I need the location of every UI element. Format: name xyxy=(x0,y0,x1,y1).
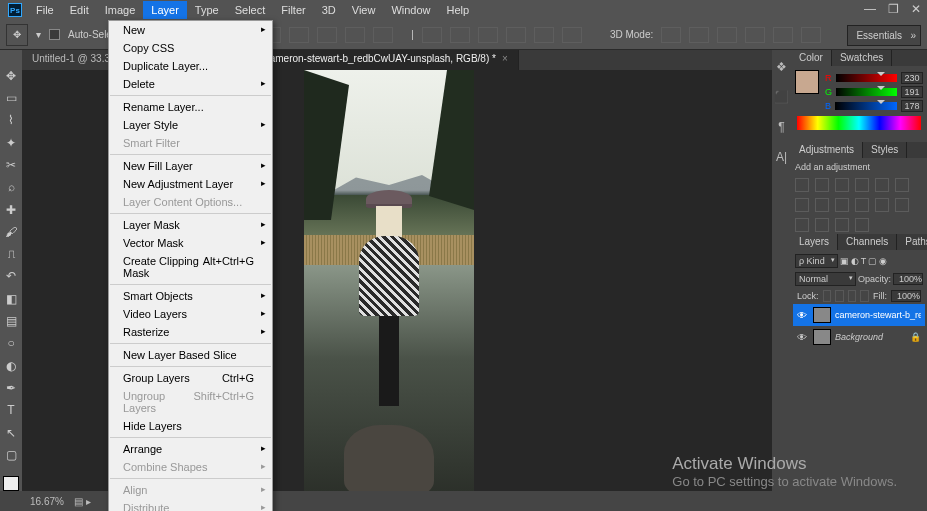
menu-item-group-layers[interactable]: Group LayersCtrl+G xyxy=(109,369,272,387)
menu-layer[interactable]: Layer xyxy=(143,1,187,19)
menu-item-layer-mask[interactable]: Layer Mask xyxy=(109,216,272,234)
adjustment-icon[interactable] xyxy=(855,218,869,232)
adjustment-icon[interactable] xyxy=(815,178,829,192)
panel-strip-icon[interactable]: ⬛ xyxy=(774,90,789,104)
panel-strip-icon[interactable]: A| xyxy=(776,150,787,164)
g-value[interactable]: 191 xyxy=(901,86,923,98)
3d-icon[interactable] xyxy=(773,27,793,43)
lock-icon[interactable] xyxy=(848,290,857,302)
crop-tool[interactable]: ✂ xyxy=(3,157,19,172)
adjustment-icon[interactable] xyxy=(835,198,849,212)
menu-window[interactable]: Window xyxy=(383,1,438,19)
color-spectrum[interactable] xyxy=(797,116,921,130)
adjustment-icon[interactable] xyxy=(795,218,809,232)
distribute-icon[interactable] xyxy=(506,27,526,43)
history-brush-tool[interactable]: ↶ xyxy=(3,269,19,284)
path-tool[interactable]: ↖ xyxy=(3,425,19,440)
lock-icon[interactable] xyxy=(860,290,869,302)
g-slider[interactable] xyxy=(836,88,897,96)
menu-item-vector-mask[interactable]: Vector Mask xyxy=(109,234,272,252)
panel-tab-channels[interactable]: Channels xyxy=(838,234,897,250)
adjustment-icon[interactable] xyxy=(875,198,889,212)
menu-item-smart-objects[interactable]: Smart Objects xyxy=(109,287,272,305)
distribute-icon[interactable] xyxy=(478,27,498,43)
menu-file[interactable]: File xyxy=(28,1,62,19)
gradient-tool[interactable]: ▤ xyxy=(3,313,19,328)
dodge-tool[interactable]: ◐ xyxy=(3,358,19,373)
layer-thumb[interactable] xyxy=(813,329,831,345)
layer-row[interactable]: 👁cameron-stewart-b_redbC... xyxy=(793,304,925,326)
fill-input[interactable] xyxy=(891,290,921,302)
panel-tab-color[interactable]: Color xyxy=(791,50,832,66)
eraser-tool[interactable]: ◧ xyxy=(3,291,19,306)
visibility-icon[interactable]: 👁 xyxy=(797,332,809,343)
adjustment-icon[interactable] xyxy=(795,198,809,212)
adjustment-icon[interactable] xyxy=(895,198,909,212)
b-slider[interactable] xyxy=(835,102,897,110)
eyedropper-tool[interactable]: ⌕ xyxy=(3,180,19,195)
menu-item-delete[interactable]: Delete xyxy=(109,75,272,93)
marquee-tool[interactable]: ▭ xyxy=(3,90,19,105)
move-tool[interactable]: ✥ xyxy=(3,68,19,83)
menu-image[interactable]: Image xyxy=(97,1,144,19)
minimize-button[interactable]: — xyxy=(864,2,876,16)
distribute-icon[interactable] xyxy=(422,27,442,43)
menu-filter[interactable]: Filter xyxy=(273,1,313,19)
panel-strip-icon[interactable]: ❖ xyxy=(776,60,787,74)
adjustment-icon[interactable] xyxy=(795,178,809,192)
wand-tool[interactable]: ✦ xyxy=(3,135,19,150)
shape-tool[interactable]: ▢ xyxy=(3,447,19,462)
menu-item-arrange[interactable]: Arrange xyxy=(109,440,272,458)
adjustment-icon[interactable] xyxy=(875,178,889,192)
menu-edit[interactable]: Edit xyxy=(62,1,97,19)
menu-item-layer-style[interactable]: Layer Style xyxy=(109,116,272,134)
adjustment-icon[interactable] xyxy=(855,198,869,212)
panel-tab-swatches[interactable]: Swatches xyxy=(832,50,892,66)
align-icon[interactable] xyxy=(345,27,365,43)
adjustment-icon[interactable] xyxy=(815,218,829,232)
blend-mode[interactable]: Normal xyxy=(795,272,856,286)
layer-filter[interactable]: ρ Kind xyxy=(795,254,838,268)
menu-item-hide-layers[interactable]: Hide Layers xyxy=(109,417,272,435)
menu-item-new-layer-based-slice[interactable]: New Layer Based Slice xyxy=(109,346,272,364)
distribute-icon[interactable] xyxy=(534,27,554,43)
lock-icon[interactable] xyxy=(823,290,832,302)
3d-icon[interactable] xyxy=(801,27,821,43)
3d-icon[interactable] xyxy=(717,27,737,43)
menu-item-video-layers[interactable]: Video Layers xyxy=(109,305,272,323)
3d-icon[interactable] xyxy=(745,27,765,43)
lasso-tool[interactable]: ⌇ xyxy=(3,113,19,128)
move-tool-icon[interactable]: ✥ xyxy=(6,24,28,46)
menu-item-rasterize[interactable]: Rasterize xyxy=(109,323,272,341)
r-value[interactable]: 230 xyxy=(901,72,923,84)
pen-tool[interactable]: ✒ xyxy=(3,380,19,395)
align-icon[interactable] xyxy=(373,27,393,43)
foreground-color[interactable] xyxy=(795,70,819,94)
r-slider[interactable] xyxy=(836,74,898,82)
adjustment-icon[interactable] xyxy=(835,178,849,192)
healing-tool[interactable]: ✚ xyxy=(3,202,19,217)
menu-item-new-adjustment-layer[interactable]: New Adjustment Layer xyxy=(109,175,272,193)
menu-type[interactable]: Type xyxy=(187,1,227,19)
adjustment-icon[interactable] xyxy=(815,198,829,212)
distribute-icon[interactable] xyxy=(450,27,470,43)
3d-icon[interactable] xyxy=(661,27,681,43)
close-button[interactable]: ✕ xyxy=(911,2,921,16)
auto-select-checkbox[interactable] xyxy=(49,29,60,40)
menu-item-create-clipping-mask[interactable]: Create Clipping MaskAlt+Ctrl+G xyxy=(109,252,272,282)
3d-icon[interactable] xyxy=(689,27,709,43)
menu-item-new[interactable]: New xyxy=(109,21,272,39)
close-tab-icon[interactable]: × xyxy=(502,53,508,64)
blur-tool[interactable]: ○ xyxy=(3,336,19,351)
align-icon[interactable] xyxy=(289,27,309,43)
b-value[interactable]: 178 xyxy=(901,100,923,112)
adjustment-icon[interactable] xyxy=(835,218,849,232)
lock-icon[interactable] xyxy=(835,290,844,302)
adjustment-icon[interactable] xyxy=(855,178,869,192)
visibility-icon[interactable]: 👁 xyxy=(797,310,809,321)
menu-item-rename-layer-[interactable]: Rename Layer... xyxy=(109,98,272,116)
opacity-input[interactable] xyxy=(893,273,923,285)
panel-tab-layers[interactable]: Layers xyxy=(791,234,838,250)
panel-tab-paths[interactable]: Paths xyxy=(897,234,927,250)
adjustment-icon[interactable] xyxy=(895,178,909,192)
